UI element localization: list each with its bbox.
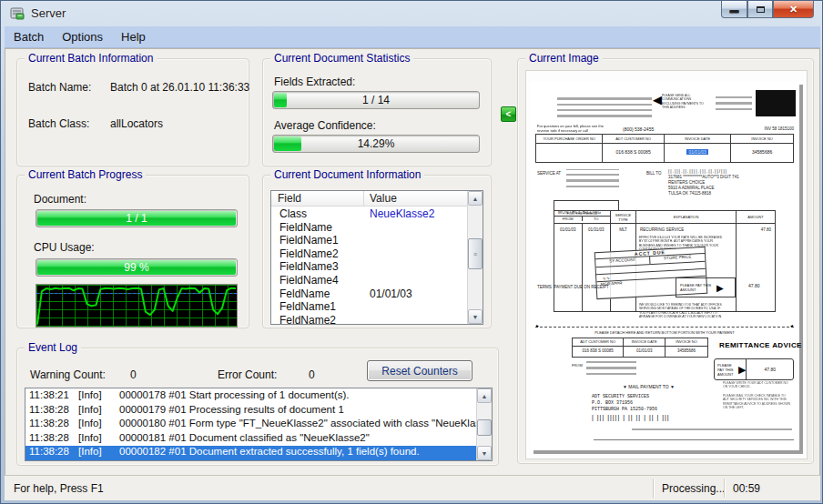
cpu-history-graph bbox=[36, 284, 238, 328]
reset-counters-button[interactable]: Reset Counters bbox=[367, 360, 472, 381]
log-entry[interactable]: 11:38:28[Info]00000180 #01 Form type "FT… bbox=[25, 418, 476, 432]
image-viewer[interactable]: ◀ PLEASE SEND ALL COMMUNICATIONS EXCLUDI… bbox=[525, 70, 808, 459]
log-entry-text: 00000182 #01 Document extracted successf… bbox=[119, 446, 476, 460]
event-log-list[interactable]: 11:38:21[Info]00000178 #01 Start process… bbox=[25, 388, 493, 461]
scroll-up-icon[interactable]: ▲ bbox=[468, 191, 483, 206]
batch-name-label: Batch Name: bbox=[28, 81, 91, 94]
log-entry-text: 00000178 #01 Start processing of 1 docum… bbox=[119, 389, 476, 404]
field-table-header[interactable]: Field Value bbox=[271, 191, 467, 207]
billing-to-label: TO bbox=[583, 217, 611, 221]
pay-label-bottom: PLEASE PAY THIS AMOUNT bbox=[715, 363, 738, 377]
maximize-button[interactable] bbox=[747, 1, 773, 18]
panel-batch-information-title: Current Batch Information bbox=[25, 52, 157, 65]
remittance-advice-title: REMITTANCE ADVICE bbox=[719, 341, 802, 349]
menu-help[interactable]: Help bbox=[112, 27, 155, 46]
batch-class-value: allLocators bbox=[110, 117, 163, 130]
left-arrow-mark: ◀ bbox=[653, 94, 660, 106]
log-entry-text: 00000181 #01 Document classified as "Neu… bbox=[119, 432, 476, 447]
field-cell: FieldName bbox=[271, 221, 364, 235]
table-row[interactable]: FeldName1 bbox=[271, 300, 467, 314]
window-title: Server bbox=[31, 6, 66, 20]
event-log-scrollbar[interactable]: ▲ ▼ bbox=[476, 388, 492, 460]
field-table[interactable]: Field Value ClassNeueKlasse2FieldNameFie… bbox=[270, 190, 483, 325]
scroll-down-icon[interactable]: ▼ bbox=[468, 309, 483, 324]
avg-confidence-label: Average Confidence: bbox=[274, 119, 376, 132]
fields-extracted-progressbar: 1 / 14 bbox=[272, 91, 480, 109]
log-entry[interactable]: 11:38:21[Info]00000178 #01 Start process… bbox=[25, 389, 476, 404]
panel-document-statistics-title: Current Document Statistics bbox=[270, 52, 413, 65]
server-icon bbox=[10, 6, 25, 20]
blurred-service-address bbox=[566, 169, 619, 187]
table-row[interactable]: FieldName4 bbox=[271, 274, 467, 287]
panel-document-information-title: Current Document Information bbox=[270, 168, 424, 181]
value-cell: NeueKlasse2 bbox=[364, 207, 467, 221]
log-entry-text: 11:38:28 bbox=[25, 432, 78, 447]
log-entry-text: 11:38:28 bbox=[25, 418, 78, 432]
panel-document-information: Current Document Information Field Value… bbox=[262, 175, 492, 328]
cpu-usage-progressbar: 99 % bbox=[36, 258, 238, 277]
collapse-image-panel-button[interactable]: < bbox=[501, 106, 516, 122]
status-separator bbox=[653, 479, 654, 498]
table-row[interactable]: FieldName bbox=[271, 221, 467, 235]
table-row[interactable]: FieldName1 bbox=[271, 234, 467, 247]
table-row[interactable]: FeldName2 bbox=[271, 314, 467, 325]
remit-col1: ADT CUSTOMER NO bbox=[573, 338, 624, 346]
batch-name-value: Batch 0 at 26.01.10 11:36:33 bbox=[110, 81, 249, 94]
value-cell bbox=[364, 234, 467, 247]
fields-extracted-label: Fields Extracted: bbox=[274, 76, 355, 88]
value-column-header[interactable]: Value bbox=[364, 191, 467, 206]
pay-label-top: PLEASE PAY THIS AMOUNT bbox=[676, 283, 716, 292]
table-row[interactable]: FeldName01/01/03 bbox=[271, 287, 467, 301]
menu-batch[interactable]: Batch bbox=[5, 27, 53, 46]
mail-payment-to: ▼ MAIL PAYMENT TO ▼ bbox=[623, 384, 675, 389]
blurred-ocr-line bbox=[632, 425, 792, 430]
redacted-black-box bbox=[756, 90, 796, 116]
menu-options[interactable]: Options bbox=[53, 27, 112, 46]
table-row[interactable]: FieldName2 bbox=[271, 247, 467, 261]
log-entry[interactable]: 11:38:28[Info]00000181 #01 Document clas… bbox=[25, 432, 476, 447]
invoice-header-table: YOUR PURCHASE ORDER NO ADT CUSTOMER NO I… bbox=[535, 134, 794, 163]
communications-notice: PLEASE SEND ALL COMMUNICATIONS EXCLUDING… bbox=[662, 94, 709, 110]
field-column-header[interactable]: Field bbox=[271, 191, 364, 206]
status-help-text: For help, Press F1 bbox=[14, 476, 104, 500]
scrollbar-thumb[interactable] bbox=[477, 419, 492, 436]
scrollbar-thumb[interactable]: ≡ bbox=[468, 238, 483, 269]
log-entry[interactable]: 11:38:28[Info]00000179 #01 Processing re… bbox=[25, 404, 476, 418]
title-bar[interactable]: Server ▬ ✕ bbox=[1, 1, 822, 26]
value-cell: 01/01/03 bbox=[364, 287, 467, 301]
minimize-button[interactable]: ▬ bbox=[721, 1, 747, 18]
avg-confidence-value: 14.29% bbox=[273, 136, 479, 152]
panel-event-log: Event Log Warning Count: 0 Error Count: … bbox=[16, 348, 499, 466]
log-entry-text: 00000180 #01 Form type "FT_NeueKlasse2" … bbox=[119, 418, 476, 432]
detach-left-mark: ► bbox=[535, 323, 540, 328]
value-cell bbox=[364, 247, 467, 261]
detach-dashed-line bbox=[535, 327, 794, 328]
invoice-date-highlighted: 01/01/03 bbox=[686, 149, 707, 155]
table-row[interactable]: ClassNeueKlasse2 bbox=[271, 207, 467, 221]
relocate-notice: WE WOULD LIKE TO REMIND YOU THAT ADT OFF… bbox=[639, 303, 723, 319]
close-button[interactable]: ✕ bbox=[773, 1, 814, 18]
from-label: FROM bbox=[572, 363, 583, 368]
inv-ref: INV 58 1815100 bbox=[764, 126, 794, 132]
pay-amount-top: 47.80 bbox=[748, 283, 760, 288]
billing-amount-value: 47.80 bbox=[737, 224, 775, 312]
billing-type-label: SERVICE TYPE bbox=[611, 211, 636, 223]
field-table-scrollbar[interactable]: ▲ ≡ ▼ bbox=[467, 191, 483, 324]
scroll-down-icon[interactable]: ▼ bbox=[477, 446, 492, 460]
field-cell: FieldName4 bbox=[271, 274, 364, 287]
table-row[interactable]: FieldName3 bbox=[271, 260, 467, 274]
value-cell bbox=[364, 221, 467, 235]
value-cell bbox=[364, 300, 467, 314]
log-entry-text: [Info] bbox=[78, 432, 119, 447]
value-cell bbox=[364, 314, 467, 325]
invoice-no-value: 34585686 bbox=[731, 144, 793, 162]
log-entry[interactable]: 11:38:28[Info]00000182 #01 Document extr… bbox=[25, 446, 476, 460]
customer-no-value: 016 838 S 00085 bbox=[603, 144, 665, 162]
status-timer: 00:59 bbox=[733, 476, 760, 500]
field-cell: FeldName2 bbox=[271, 314, 364, 325]
scroll-up-icon[interactable]: ▲ bbox=[477, 388, 492, 403]
detach-caption: PLEASE DETACH HERE AND RETURN BOTTOM POR… bbox=[530, 330, 799, 335]
remit-val1: 016 838 S 00085 bbox=[573, 347, 624, 358]
value-cell bbox=[364, 260, 467, 274]
mail-addr-2: P.O. BOX 371956 bbox=[592, 400, 633, 406]
